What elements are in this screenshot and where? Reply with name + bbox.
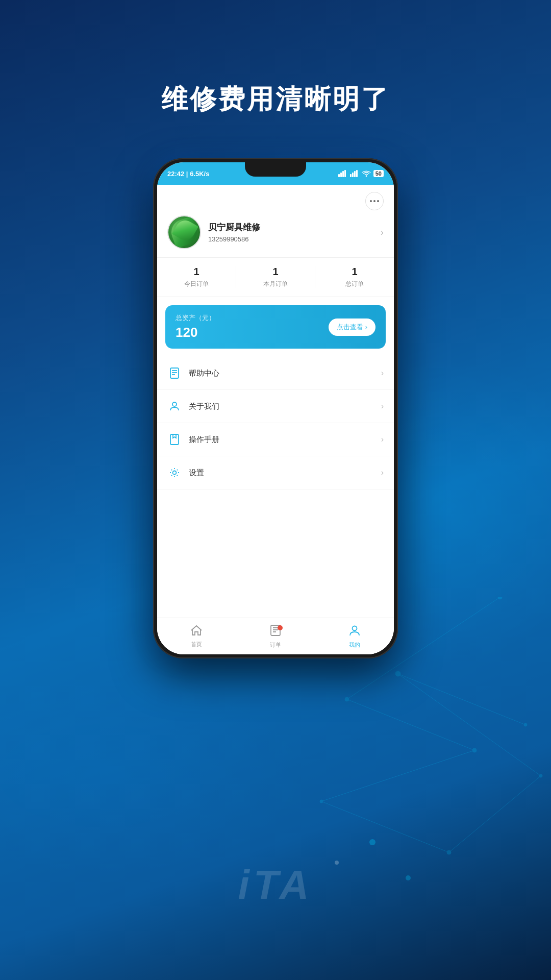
svg-point-14: [524, 723, 527, 726]
asset-view-button[interactable]: 点击查看 ›: [329, 318, 375, 336]
asset-card: 总资产（元） 120 点击查看 ›: [165, 305, 386, 349]
svg-point-8: [345, 697, 349, 701]
phone-notch: [245, 162, 306, 177]
stat-total-label: 总订单: [345, 280, 364, 288]
menu-item-about[interactable]: 关于我们 ›: [157, 390, 394, 423]
svg-rect-30: [170, 368, 179, 378]
asset-value: 120: [176, 325, 215, 340]
status-bar: 22:42 | 6.5K/s: [157, 162, 394, 185]
about-chevron-icon: ›: [381, 402, 384, 411]
svg-point-13: [395, 671, 400, 676]
orders-badge: [278, 625, 283, 630]
bottom-nav: 首页 订单: [157, 618, 394, 654]
signal-icon-2: [350, 170, 359, 177]
asset-label: 总资产（元）: [176, 313, 215, 323]
svg-rect-21: [344, 170, 346, 177]
menu-item-help[interactable]: 帮助中心 ›: [157, 357, 394, 390]
svg-line-6: [398, 674, 525, 725]
about-label: 关于我们: [189, 402, 381, 411]
svg-line-3: [321, 801, 449, 852]
nav-item-mine[interactable]: 我的: [315, 624, 394, 649]
nav-item-home[interactable]: 首页: [157, 625, 236, 648]
settings-icon: [167, 465, 182, 480]
svg-point-12: [539, 774, 542, 777]
content-spacer: [157, 489, 394, 618]
svg-line-4: [449, 776, 541, 852]
profile-name: 贝宁厨具维修: [208, 222, 260, 233]
signal-icon: [338, 170, 347, 177]
profile-left: 贝宁厨具维修 13259990586: [167, 215, 260, 249]
nav-home-label: 首页: [191, 641, 202, 648]
avatar: [167, 215, 201, 249]
svg-point-11: [447, 850, 451, 854]
app-content: 贝宁厨具维修 13259990586 › 1 今日订单 1 本月订单: [157, 185, 394, 654]
app-logo-watermark: iTA: [238, 862, 313, 909]
home-icon: [190, 625, 203, 639]
status-time: 22:42 | 6.5K/s: [167, 170, 209, 178]
asset-info: 总资产（元） 120: [176, 313, 215, 340]
menu-list: 帮助中心 › 关于我们 ›: [157, 357, 394, 489]
menu-item-manual[interactable]: 操作手册 ›: [157, 423, 394, 456]
profile-section[interactable]: 贝宁厨具维修 13259990586 ›: [157, 215, 394, 257]
phone-mockup: 22:42 | 6.5K/s: [153, 158, 398, 658]
manual-icon: [167, 432, 182, 447]
phone-screen: 22:42 | 6.5K/s: [157, 162, 394, 654]
stat-month-label: 本月订单: [263, 280, 288, 288]
svg-line-2: [321, 750, 474, 801]
stats-row: 1 今日订单 1 本月订单 1 总订单: [157, 257, 394, 297]
wifi-icon: [362, 170, 371, 177]
svg-point-26: [365, 176, 367, 177]
profile-info: 贝宁厨具维修 13259990586: [208, 222, 260, 243]
manual-chevron-icon: ›: [381, 435, 384, 444]
mine-icon: [348, 624, 361, 640]
svg-point-10: [320, 800, 323, 803]
stat-month-orders[interactable]: 1 本月订单: [236, 266, 315, 288]
help-icon: [167, 366, 182, 380]
about-icon: [167, 399, 182, 413]
svg-point-36: [173, 471, 177, 475]
profile-phone: 13259990586: [208, 235, 260, 243]
svg-point-17: [406, 875, 411, 880]
status-icons: 50: [338, 170, 384, 177]
nav-item-orders[interactable]: 订单: [236, 624, 315, 649]
svg-rect-19: [340, 173, 342, 177]
menu-item-settings[interactable]: 设置 ›: [157, 456, 394, 489]
help-label: 帮助中心: [189, 369, 381, 378]
svg-rect-35: [170, 434, 179, 445]
stat-month-number: 1: [272, 266, 278, 278]
svg-point-7: [498, 597, 502, 599]
bg-decoration-2: [0, 674, 306, 878]
svg-point-29: [377, 200, 379, 202]
svg-point-27: [370, 200, 372, 202]
svg-line-1: [347, 699, 474, 750]
help-chevron-icon: ›: [381, 369, 384, 378]
svg-point-15: [369, 839, 375, 845]
stat-total-orders[interactable]: 1 总订单: [315, 266, 394, 288]
page-headline: 维修费用清晰明了: [161, 82, 390, 117]
more-button[interactable]: [365, 192, 384, 210]
stat-today-label: 今日订单: [184, 280, 209, 288]
svg-rect-23: [352, 173, 354, 177]
nav-orders-label: 订单: [270, 641, 281, 649]
settings-label: 设置: [189, 468, 381, 478]
stat-today-orders[interactable]: 1 今日订单: [157, 266, 236, 288]
manual-label: 操作手册: [189, 435, 381, 445]
settings-chevron-icon: ›: [381, 468, 384, 477]
battery-indicator: 50: [373, 170, 384, 177]
app-header: [157, 185, 394, 215]
svg-point-16: [335, 861, 339, 865]
nav-mine-label: 我的: [349, 641, 360, 649]
svg-point-41: [352, 626, 357, 630]
stat-total-number: 1: [352, 266, 357, 278]
svg-line-5: [398, 674, 541, 776]
svg-point-28: [373, 200, 375, 202]
more-dots-icon: [370, 200, 379, 202]
svg-rect-22: [350, 174, 352, 177]
svg-rect-25: [356, 170, 358, 177]
svg-point-9: [472, 748, 477, 752]
svg-rect-24: [354, 171, 356, 177]
phone-frame: 22:42 | 6.5K/s: [153, 158, 398, 658]
stat-today-number: 1: [193, 266, 199, 278]
svg-rect-20: [342, 171, 344, 177]
svg-point-34: [172, 402, 177, 406]
